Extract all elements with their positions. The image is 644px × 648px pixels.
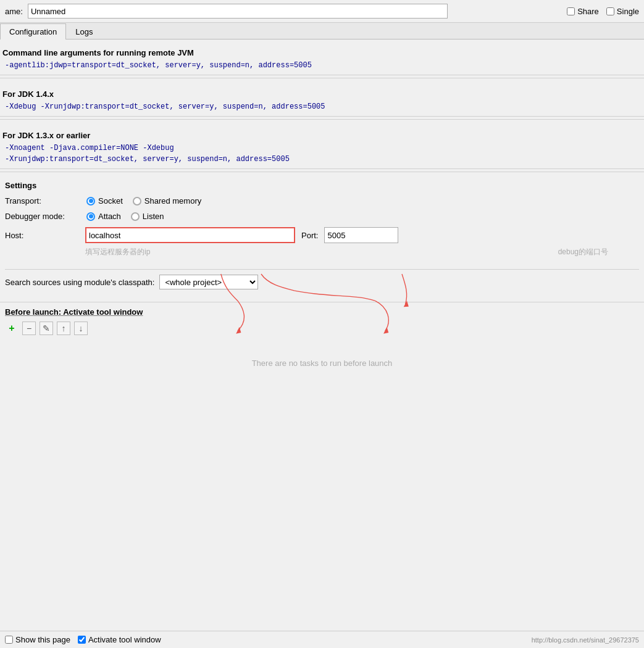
annotation-row: 填写远程服务器的ip debug的端口号: [5, 246, 639, 264]
search-row: Search sources using module's classpath:…: [5, 269, 639, 289]
single-checkbox-label[interactable]: Single: [606, 7, 639, 16]
attach-radio-option[interactable]: Attach: [86, 212, 121, 221]
listen-label: Listen: [143, 212, 164, 221]
tabs-bar: Configuration Logs: [0, 23, 644, 39]
listen-radio-option[interactable]: Listen: [131, 212, 164, 221]
share-checkbox-label[interactable]: Share: [567, 7, 599, 16]
toolbar-row: + − ✎ ↑ ↓: [5, 322, 639, 335]
host-annotation: 填写远程服务器的ip: [85, 247, 150, 257]
share-checkbox[interactable]: [567, 7, 575, 15]
before-launch-title: Before launch: Activate tool window: [5, 307, 639, 317]
name-input[interactable]: [28, 4, 448, 19]
host-input[interactable]: [85, 227, 295, 243]
add-button[interactable]: +: [5, 322, 19, 335]
remove-button[interactable]: −: [22, 322, 36, 335]
activate-checkbox-label[interactable]: Activate tool window: [78, 635, 161, 644]
edit-button[interactable]: ✎: [40, 322, 53, 335]
show-page-checkbox-label[interactable]: Show this page: [5, 635, 70, 644]
debugger-mode-label: Debugger mode:: [5, 212, 79, 221]
search-select[interactable]: <whole project>: [159, 275, 258, 289]
host-label: Host:: [5, 231, 79, 240]
single-label: Single: [617, 7, 639, 16]
cmd-line-3: -Xnoagent -Djava.compiler=NONE -Xdebug: [0, 143, 644, 154]
bottom-bar: Show this page Activate tool window http…: [0, 631, 644, 648]
show-page-label: Show this page: [15, 635, 70, 644]
tab-configuration[interactable]: Configuration: [0, 23, 66, 39]
tab-logs[interactable]: Logs: [66, 23, 102, 39]
move-down-button[interactable]: ↓: [74, 322, 88, 335]
activate-checkbox[interactable]: [78, 636, 86, 644]
transport-label: Transport:: [5, 196, 79, 206]
single-checkbox[interactable]: [606, 7, 614, 15]
jdk14-heading: For JDK 1.4.x: [0, 85, 644, 101]
host-row: Host: Port:: [5, 227, 639, 243]
cmd-line-1: -agentlib:jdwp=transport=dt_socket, serv…: [0, 60, 644, 71]
name-label: ame:: [5, 7, 23, 16]
socket-radio-circle: [86, 197, 95, 206]
listen-radio-circle: [131, 212, 140, 221]
debugger-mode-row: Debugger mode: Attach Listen: [5, 212, 639, 221]
activate-label: Activate tool window: [88, 635, 161, 644]
cmd-heading: Command line arguments for running remot…: [0, 43, 644, 60]
attach-label: Attach: [98, 212, 121, 221]
share-label: Share: [577, 7, 599, 16]
debugger-mode-radio-group: Attach Listen: [86, 212, 164, 221]
port-input[interactable]: [324, 227, 398, 243]
settings-title: Settings: [5, 181, 639, 190]
socket-radio-option[interactable]: Socket: [86, 196, 123, 206]
shared-memory-label: Shared memory: [144, 196, 201, 206]
shared-memory-radio-option[interactable]: Shared memory: [133, 196, 201, 206]
show-page-checkbox[interactable]: [5, 636, 13, 644]
socket-label: Socket: [98, 196, 123, 206]
before-launch-section: Before launch: Activate tool window + − …: [0, 302, 644, 391]
jdk13-heading: For JDK 1.3.x or earlier: [0, 126, 644, 143]
no-tasks-text: There are no tasks to run before launch: [5, 340, 639, 386]
cmd-line-4: -Xrunjdwp:transport=dt_socket, server=y,…: [0, 154, 644, 165]
transport-radio-group: Socket Shared memory: [86, 196, 201, 206]
port-label: Port:: [301, 231, 318, 240]
port-annotation: debug的端口号: [558, 247, 608, 257]
shared-memory-radio-circle: [133, 197, 141, 206]
move-up-button[interactable]: ↑: [57, 322, 70, 335]
transport-row: Transport: Socket Shared memory: [5, 196, 639, 206]
blog-link[interactable]: http://blog.csdn.net/sinat_29672375: [532, 636, 639, 644]
cmd-line-2: -Xdebug -Xrunjdwp:transport=dt_socket, s…: [0, 101, 644, 112]
search-label: Search sources using module's classpath:: [5, 278, 154, 287]
attach-radio-circle: [86, 212, 95, 221]
